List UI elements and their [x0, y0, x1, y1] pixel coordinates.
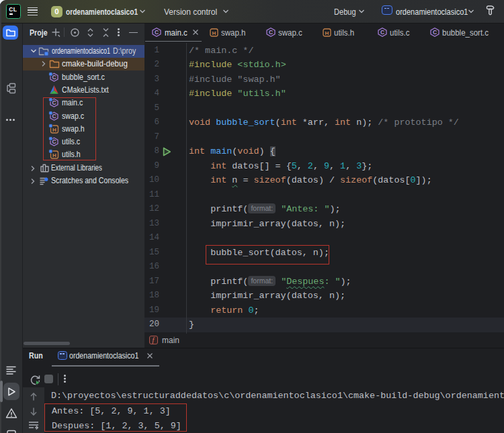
svg-text:C: C: [269, 29, 273, 36]
svg-text:H: H: [212, 30, 216, 36]
svg-text:C: C: [380, 29, 384, 36]
svg-text:C: C: [433, 29, 437, 36]
svg-text:H: H: [325, 30, 329, 36]
svg-text:C: C: [155, 29, 159, 36]
